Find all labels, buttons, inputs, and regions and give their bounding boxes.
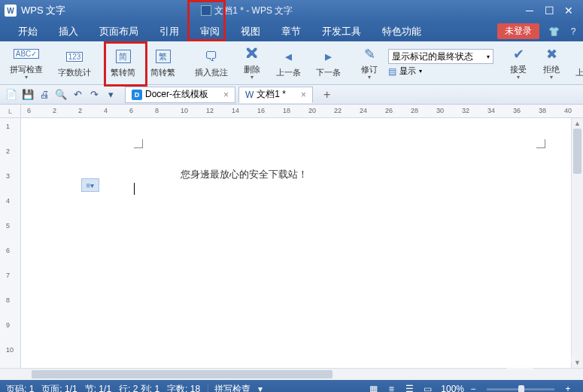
login-button[interactable]: 未登录 <box>497 23 539 39</box>
ruler-tick: 24 <box>360 107 367 114</box>
ruler-corner: L <box>0 105 21 117</box>
page: 您身邊最放心的安全下载站！ ≡▾ <box>36 124 553 368</box>
accept-icon: ✔ <box>509 46 527 62</box>
new-tab-button[interactable]: + <box>319 88 335 102</box>
insert-comment-button[interactable]: 🗨 插入批注 <box>188 44 235 83</box>
ruler-tick: 10 <box>6 346 14 354</box>
margin-corner-icon <box>134 139 143 148</box>
redo-button[interactable]: ↷ <box>86 87 102 102</box>
zoom-value[interactable]: 100% <box>441 384 464 392</box>
ribbon: ABC✓ 拼写检查▾ 123 字数统计 简 繁转简 繁 简转繁 🗨 插入批注 🗙… <box>0 41 583 85</box>
delete-comment-button[interactable]: 🗙 删除▾ <box>236 44 268 83</box>
tab-chapter[interactable]: 章节 <box>271 21 311 41</box>
minimize-button[interactable]: ─ <box>520 3 539 18</box>
status-page[interactable]: 页码: 1 <box>6 383 34 393</box>
document-text[interactable]: 您身邊最放心的安全下载站！ <box>181 168 308 181</box>
tab-devtools[interactable]: 开发工具 <box>311 21 372 41</box>
help-icon[interactable]: ? <box>565 23 581 40</box>
ruler-tick: 30 <box>436 107 444 114</box>
status-ime[interactable]: 拼写检查 <box>208 383 251 393</box>
word-doc-icon: W <box>245 90 254 100</box>
watermark: 系统之家 <box>506 347 575 369</box>
jian-icon: 简 <box>114 47 132 65</box>
tab-view[interactable]: 视图 <box>230 21 271 41</box>
tab-features[interactable]: 特色功能 <box>372 21 432 41</box>
ruler-tick: 28 <box>411 107 418 114</box>
scroll-up-icon[interactable]: ▲ <box>572 118 583 129</box>
menubar: 开始 插入 页面布局 引用 审阅 视图 章节 开发工具 特色功能 未登录 👕 ? <box>0 21 583 41</box>
ruler-tick: 16 <box>257 107 265 114</box>
ruler-tick: 40 <box>564 107 572 114</box>
revise-icon: ✎ <box>360 46 378 62</box>
save-button[interactable]: 💾 <box>20 87 36 102</box>
track-state-select[interactable]: 显示标记的最终状态▾ <box>388 49 493 64</box>
undo-button[interactable]: ↶ <box>69 87 86 102</box>
wordcount-button[interactable]: 123 字数统计 <box>51 44 98 83</box>
show-button[interactable]: 显示 <box>399 65 416 77</box>
fan-icon: 繁 <box>154 47 172 65</box>
new-button[interactable]: 📄 <box>3 87 20 102</box>
status-chars[interactable]: 字数: 18 <box>167 383 200 393</box>
ruler-tick: 2 <box>6 147 10 155</box>
statusbar: 页码: 1 页面: 1/1 节: 1/1 行: 2 列: 1 字数: 18 拼写… <box>0 380 583 392</box>
paragraph-options-icon[interactable]: ≡▾ <box>81 178 99 192</box>
prev-change-button[interactable]: ◂ 上一条 <box>569 44 583 83</box>
ruler-tick: 2 <box>53 107 56 114</box>
prev-change-icon: ◂ <box>579 47 584 65</box>
tab-review[interactable]: 审阅 <box>190 21 230 41</box>
spellcheck-button[interactable]: ABC✓ 拼写检查▾ <box>3 44 50 83</box>
zoom-slider[interactable] <box>487 388 554 390</box>
prev-comment-button[interactable]: ◂ 上一条 <box>269 44 308 83</box>
status-section[interactable]: 节: 1/1 <box>85 383 111 393</box>
doc-icon <box>201 5 211 16</box>
tab-start[interactable]: 开始 <box>8 21 48 41</box>
qat-more[interactable]: ▾ <box>102 87 119 102</box>
status-position[interactable]: 行: 2 列: 1 <box>119 383 159 393</box>
ruler-vertical[interactable]: 12345678910 <box>0 118 21 368</box>
close-docer-icon[interactable]: × <box>223 90 229 100</box>
ruler-horizontal[interactable]: L 62246810121416182022242628303234363840 <box>0 105 583 118</box>
ruler-tick: 34 <box>487 107 495 114</box>
scroll-thumb-h[interactable] <box>32 370 332 378</box>
view-read-icon[interactable]: ▭ <box>419 382 436 392</box>
status-page-of[interactable]: 页面: 1/1 <box>41 383 77 393</box>
skin-icon[interactable]: 👕 <box>545 23 562 40</box>
maximize-button[interactable]: ☐ <box>539 3 559 18</box>
print-button[interactable]: 🖨 <box>36 87 53 102</box>
revise-button[interactable]: ✎ 修订▾ <box>354 44 385 83</box>
tab-insert[interactable]: 插入 <box>48 21 89 41</box>
zoom-in-button[interactable]: + <box>560 382 576 392</box>
view-outline-icon[interactable]: ≡ <box>383 382 399 392</box>
ruler-tick: 36 <box>513 107 521 114</box>
jian2fan-button[interactable]: 繁 简转繁 <box>144 44 182 83</box>
ruler-tick: 7 <box>6 272 10 279</box>
ime-indicator-icon[interactable]: ▾ <box>258 384 263 392</box>
page-area[interactable]: 您身邊最放心的安全下载站！ ≡▾ <box>21 118 571 368</box>
docer-tab[interactable]: D Docer-在线模板 × <box>125 87 235 103</box>
fan2jian-button[interactable]: 简 繁转简 <box>104 44 142 83</box>
view-web-icon[interactable]: ☰ <box>401 382 418 392</box>
doc-tab[interactable]: W 文档1 * × <box>238 87 313 103</box>
reject-button[interactable]: ✖ 拒绝▾ <box>536 44 567 83</box>
ruler-tick: 5 <box>6 222 10 229</box>
ruler-tick: 8 <box>155 107 159 114</box>
scrollbar-vertical[interactable]: ▲ ▼ <box>571 118 583 368</box>
tab-layout[interactable]: 页面布局 <box>89 21 149 41</box>
view-print-icon[interactable]: ▦ <box>365 382 381 392</box>
ruler-tick: 32 <box>462 107 469 114</box>
accept-button[interactable]: ✔ 接受▾ <box>503 44 534 83</box>
ruler-tick: 6 <box>27 107 31 114</box>
preview-button[interactable]: 🔍 <box>53 87 69 102</box>
scroll-thumb[interactable] <box>573 129 581 174</box>
ruler-tick: 1 <box>6 123 10 130</box>
scrollbar-horizontal[interactable] <box>0 368 583 380</box>
close-button[interactable]: ✕ <box>559 3 578 18</box>
text-cursor <box>134 183 135 195</box>
close-doc-icon[interactable]: × <box>301 90 306 100</box>
tab-reference[interactable]: 引用 <box>149 21 190 41</box>
zoom-out-button[interactable]: − <box>465 382 481 392</box>
app-name: WPS 文字 <box>21 4 65 17</box>
next-comment-button[interactable]: ▸ 下一条 <box>309 44 348 83</box>
count-icon: 123 <box>65 47 84 65</box>
ruler-tick: 22 <box>334 107 342 114</box>
